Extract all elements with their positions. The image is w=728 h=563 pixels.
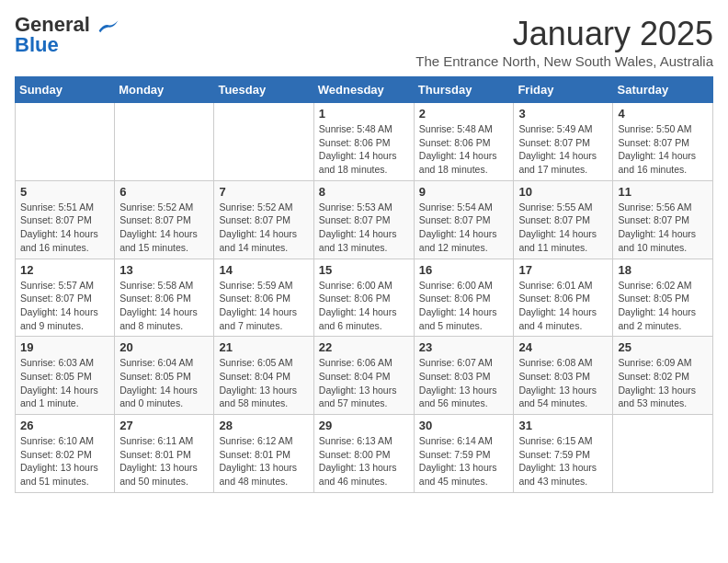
day-info: Sunrise: 6:03 AM Sunset: 8:05 PM Dayligh…	[20, 356, 109, 410]
calendar-cell: 22Sunrise: 6:06 AM Sunset: 8:04 PM Dayli…	[313, 337, 414, 415]
calendar-cell: 8Sunrise: 5:53 AM Sunset: 8:07 PM Daylig…	[313, 180, 414, 259]
calendar-week-row: 19Sunrise: 6:03 AM Sunset: 8:05 PM Dayli…	[16, 337, 713, 415]
day-number: 8	[319, 185, 409, 199]
calendar-cell: 18Sunrise: 6:02 AM Sunset: 8:05 PM Dayli…	[613, 259, 713, 337]
location-title: The Entrance North, New South Wales, Aus…	[415, 53, 713, 69]
day-info: Sunrise: 5:56 AM Sunset: 8:07 PM Dayligh…	[618, 201, 708, 255]
day-number: 3	[518, 107, 608, 121]
day-info: Sunrise: 6:02 AM Sunset: 8:05 PM Dayligh…	[618, 279, 708, 333]
day-number: 23	[419, 340, 509, 354]
logo: General Blue	[15, 15, 119, 55]
calendar-cell: 16Sunrise: 6:00 AM Sunset: 8:06 PM Dayli…	[414, 259, 514, 337]
day-number: 15	[319, 263, 409, 277]
day-number: 27	[119, 419, 209, 432]
calendar-cell: 7Sunrise: 5:52 AM Sunset: 8:07 PM Daylig…	[214, 180, 313, 259]
day-info: Sunrise: 6:09 AM Sunset: 8:02 PM Dayligh…	[618, 356, 708, 410]
calendar-cell	[115, 103, 214, 181]
day-info: Sunrise: 5:53 AM Sunset: 8:07 PM Dayligh…	[319, 201, 409, 255]
day-info: Sunrise: 5:59 AM Sunset: 8:06 PM Dayligh…	[219, 279, 308, 333]
calendar-cell: 11Sunrise: 5:56 AM Sunset: 8:07 PM Dayli…	[613, 180, 713, 259]
day-header-tuesday: Tuesday	[214, 77, 313, 103]
day-info: Sunrise: 5:55 AM Sunset: 8:07 PM Dayligh…	[518, 201, 608, 255]
calendar-cell: 25Sunrise: 6:09 AM Sunset: 8:02 PM Dayli…	[613, 337, 713, 415]
calendar-cell: 4Sunrise: 5:50 AM Sunset: 8:07 PM Daylig…	[613, 103, 713, 181]
day-info: Sunrise: 6:06 AM Sunset: 8:04 PM Dayligh…	[319, 356, 409, 410]
month-title: January 2025	[415, 15, 713, 53]
day-info: Sunrise: 5:49 AM Sunset: 8:07 PM Dayligh…	[518, 122, 608, 177]
day-info: Sunrise: 6:15 AM Sunset: 7:59 PM Dayligh…	[518, 434, 608, 488]
day-info: Sunrise: 6:12 AM Sunset: 8:01 PM Dayligh…	[219, 434, 308, 488]
calendar-cell	[613, 415, 713, 493]
day-number: 6	[119, 185, 209, 199]
calendar-cell: 19Sunrise: 6:03 AM Sunset: 8:05 PM Dayli…	[16, 337, 115, 415]
calendar-cell: 20Sunrise: 6:04 AM Sunset: 8:05 PM Dayli…	[115, 337, 214, 415]
day-number: 11	[618, 185, 708, 199]
calendar-cell: 2Sunrise: 5:48 AM Sunset: 8:06 PM Daylig…	[414, 103, 514, 181]
calendar-cell	[16, 103, 115, 181]
day-info: Sunrise: 5:57 AM Sunset: 8:07 PM Dayligh…	[20, 279, 109, 333]
calendar-week-row: 5Sunrise: 5:51 AM Sunset: 8:07 PM Daylig…	[16, 180, 713, 259]
calendar-cell: 9Sunrise: 5:54 AM Sunset: 8:07 PM Daylig…	[414, 180, 514, 259]
day-info: Sunrise: 5:48 AM Sunset: 8:06 PM Dayligh…	[419, 122, 509, 177]
day-number: 20	[119, 340, 209, 354]
day-number: 26	[20, 419, 109, 432]
day-info: Sunrise: 6:13 AM Sunset: 8:00 PM Dayligh…	[319, 434, 409, 488]
day-number: 29	[319, 419, 409, 432]
day-number: 7	[219, 185, 308, 199]
day-info: Sunrise: 6:07 AM Sunset: 8:03 PM Dayligh…	[419, 356, 509, 410]
day-info: Sunrise: 5:58 AM Sunset: 8:06 PM Dayligh…	[119, 279, 209, 333]
calendar-cell: 31Sunrise: 6:15 AM Sunset: 7:59 PM Dayli…	[514, 415, 613, 493]
day-number: 18	[618, 263, 708, 277]
day-number: 9	[419, 185, 509, 199]
day-number: 30	[419, 419, 509, 432]
day-info: Sunrise: 6:08 AM Sunset: 8:03 PM Dayligh…	[518, 356, 608, 410]
logo-bird-icon	[97, 17, 119, 34]
day-info: Sunrise: 6:14 AM Sunset: 7:59 PM Dayligh…	[419, 434, 509, 488]
calendar-cell: 29Sunrise: 6:13 AM Sunset: 8:00 PM Dayli…	[313, 415, 414, 493]
day-number: 5	[20, 185, 109, 199]
header: General Blue January 2025 The Entrance N…	[15, 15, 713, 69]
day-info: Sunrise: 6:00 AM Sunset: 8:06 PM Dayligh…	[419, 279, 509, 333]
day-header-sunday: Sunday	[16, 77, 115, 103]
calendar-header-row: SundayMondayTuesdayWednesdayThursdayFrid…	[16, 77, 713, 103]
calendar-cell: 28Sunrise: 6:12 AM Sunset: 8:01 PM Dayli…	[214, 415, 313, 493]
day-info: Sunrise: 6:05 AM Sunset: 8:04 PM Dayligh…	[219, 356, 308, 410]
day-number: 24	[518, 340, 608, 354]
day-number: 13	[119, 263, 209, 277]
day-number: 16	[419, 263, 509, 277]
day-number: 12	[20, 263, 109, 277]
calendar-cell: 30Sunrise: 6:14 AM Sunset: 7:59 PM Dayli…	[414, 415, 514, 493]
day-number: 4	[618, 107, 708, 121]
calendar-cell: 13Sunrise: 5:58 AM Sunset: 8:06 PM Dayli…	[115, 259, 214, 337]
day-header-saturday: Saturday	[613, 77, 713, 103]
calendar-cell: 14Sunrise: 5:59 AM Sunset: 8:06 PM Dayli…	[214, 259, 313, 337]
calendar-cell: 26Sunrise: 6:10 AM Sunset: 8:02 PM Dayli…	[16, 415, 115, 493]
calendar-week-row: 1Sunrise: 5:48 AM Sunset: 8:06 PM Daylig…	[16, 103, 713, 181]
day-info: Sunrise: 6:01 AM Sunset: 8:06 PM Dayligh…	[518, 279, 608, 333]
day-info: Sunrise: 5:52 AM Sunset: 8:07 PM Dayligh…	[119, 201, 209, 255]
calendar-week-row: 26Sunrise: 6:10 AM Sunset: 8:02 PM Dayli…	[16, 415, 713, 493]
day-header-thursday: Thursday	[414, 77, 514, 103]
day-number: 2	[419, 107, 509, 121]
day-number: 10	[518, 185, 608, 199]
calendar-cell: 3Sunrise: 5:49 AM Sunset: 8:07 PM Daylig…	[514, 103, 613, 181]
calendar-cell: 1Sunrise: 5:48 AM Sunset: 8:06 PM Daylig…	[313, 103, 414, 181]
day-number: 19	[20, 340, 109, 354]
day-number: 22	[319, 340, 409, 354]
calendar: SundayMondayTuesdayWednesdayThursdayFrid…	[15, 76, 713, 493]
day-info: Sunrise: 5:48 AM Sunset: 8:06 PM Dayligh…	[319, 122, 409, 177]
calendar-cell: 10Sunrise: 5:55 AM Sunset: 8:07 PM Dayli…	[514, 180, 613, 259]
day-number: 1	[319, 107, 409, 121]
title-area: January 2025 The Entrance North, New Sou…	[415, 15, 713, 69]
day-number: 28	[219, 419, 308, 432]
calendar-cell: 12Sunrise: 5:57 AM Sunset: 8:07 PM Dayli…	[16, 259, 115, 337]
day-info: Sunrise: 5:52 AM Sunset: 8:07 PM Dayligh…	[219, 201, 308, 255]
day-info: Sunrise: 5:54 AM Sunset: 8:07 PM Dayligh…	[419, 201, 509, 255]
calendar-cell: 5Sunrise: 5:51 AM Sunset: 8:07 PM Daylig…	[16, 180, 115, 259]
calendar-cell: 24Sunrise: 6:08 AM Sunset: 8:03 PM Dayli…	[514, 337, 613, 415]
calendar-cell: 23Sunrise: 6:07 AM Sunset: 8:03 PM Dayli…	[414, 337, 514, 415]
calendar-week-row: 12Sunrise: 5:57 AM Sunset: 8:07 PM Dayli…	[16, 259, 713, 337]
day-number: 14	[219, 263, 308, 277]
day-number: 17	[518, 263, 608, 277]
calendar-cell: 21Sunrise: 6:05 AM Sunset: 8:04 PM Dayli…	[214, 337, 313, 415]
